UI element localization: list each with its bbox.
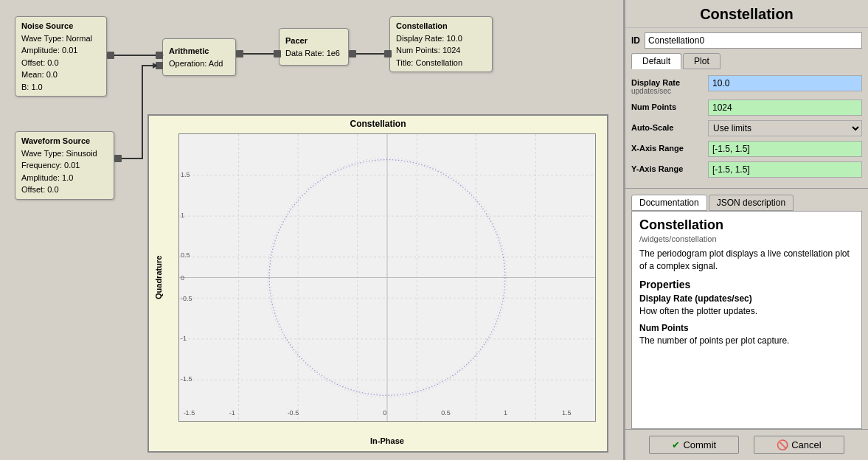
doc-description: The periodogram plot displays a live con… <box>639 248 854 273</box>
cancel-button[interactable]: 🚫 Cancel <box>754 436 844 454</box>
svg-text:1: 1 <box>504 409 507 417</box>
svg-rect-4 <box>236 50 243 58</box>
node-waveform-line1: Wave Type: Sinusoid <box>21 147 108 160</box>
display-rate-row: Display Rate updates/sec <box>631 75 862 95</box>
doc-tab-bar: Documentation JSON description <box>625 192 868 211</box>
bottom-buttons: ✔ Commit 🚫 Cancel <box>625 429 868 460</box>
cancel-label: Cancel <box>791 439 821 450</box>
flow-panel: Noise Source Wave Type: Normal Amplitude… <box>0 0 625 460</box>
doc-num-points-heading: Num Points <box>639 323 854 333</box>
tab-json-description[interactable]: JSON description <box>709 195 794 211</box>
node-pacer[interactable]: Pacer Data Rate: 1e6 <box>279 28 349 66</box>
tab-default[interactable]: Default <box>631 53 681 69</box>
y-axis-label: Y-Axis Range <box>631 161 705 173</box>
y-axis-row: Y-Axis Range <box>631 161 862 178</box>
node-noise-source-title: Noise Source <box>21 20 100 32</box>
flow-area: Noise Source Wave Type: Normal Amplitude… <box>0 0 623 460</box>
x-axis-label: X-Axis Range <box>631 141 705 153</box>
node-noise-source[interactable]: Noise Source Wave Type: Normal Amplitude… <box>15 16 107 97</box>
svg-text:0: 0 <box>383 409 386 417</box>
id-row: ID <box>625 28 868 53</box>
node-constellation-block-line1: Display Rate: 10.0 <box>396 32 486 45</box>
svg-text:1: 1 <box>181 212 184 219</box>
node-waveform-source[interactable]: Waveform Source Wave Type: Sinusoid Freq… <box>15 131 114 200</box>
node-arithmetic-title: Arithmetic <box>169 45 229 58</box>
doc-path: /widgets/constellation <box>639 234 854 243</box>
svg-rect-0 <box>107 52 114 59</box>
node-constellation-block-title: Constellation <box>396 20 486 32</box>
node-constellation-block[interactable]: Constellation Display Rate: 10.0 Num Poi… <box>389 16 493 72</box>
node-noise-source-line2: Amplitude: 0.01 <box>21 44 100 57</box>
node-arithmetic-line1: Operation: Add <box>169 58 229 70</box>
display-rate-sublabel: updates/sec <box>631 87 705 95</box>
constellation-plot-svg: 1.5 1 0.5 0 -0.5 -1 -1.5 -1 -0.5 0 0.5 1… <box>179 134 595 421</box>
node-constellation-block-line2: Num Points: 1024 <box>396 44 486 57</box>
x-axis-row: X-Axis Range <box>631 141 862 157</box>
plot-title: Constellation <box>149 116 607 130</box>
svg-marker-14 <box>153 63 158 69</box>
display-rate-input[interactable] <box>708 75 862 91</box>
property-tab-bar: Default Plot <box>625 53 868 69</box>
svg-text:-1.5: -1.5 <box>181 375 192 383</box>
tab-plot[interactable]: Plot <box>683 53 721 69</box>
doc-properties-heading: Properties <box>639 279 854 290</box>
cancel-icon: 🚫 <box>777 439 788 450</box>
doc-num-points-desc: The number of points per plot capture. <box>639 335 854 347</box>
commit-button[interactable]: ✔ Commit <box>649 436 739 454</box>
svg-text:1.5: 1.5 <box>181 171 190 178</box>
tab-documentation[interactable]: Documentation <box>631 195 707 211</box>
svg-text:-1.5: -1.5 <box>184 409 195 417</box>
node-noise-source-line5: B: 1.0 <box>21 81 100 94</box>
display-rate-label: Display Rate updates/sec <box>631 75 705 95</box>
id-input[interactable] <box>645 32 862 49</box>
properties-panel: Constellation ID Default Plot Display Ra… <box>625 0 868 460</box>
y-axis-label: Quadrature <box>153 133 164 422</box>
node-pacer-title: Pacer <box>285 35 342 47</box>
node-pacer-line1: Data Rate: 1e6 <box>285 47 342 60</box>
svg-text:0.5: 0.5 <box>441 409 451 417</box>
commit-label: Commit <box>683 439 716 450</box>
id-label: ID <box>631 35 640 46</box>
num-points-row: Num Points <box>631 100 862 116</box>
x-axis-input[interactable] <box>708 141 862 157</box>
num-points-label: Num Points <box>631 100 705 111</box>
node-noise-source-line1: Wave Type: Normal <box>21 32 100 45</box>
x-axis-label: In-Phase <box>178 436 596 445</box>
svg-text:1.5: 1.5 <box>562 409 572 417</box>
doc-display-rate-heading: Display Rate (updates/sec) <box>639 293 854 304</box>
node-waveform-line4: Offset: 0.0 <box>21 184 108 196</box>
svg-text:0.5: 0.5 <box>181 251 190 259</box>
node-noise-source-line4: Mean: 0.0 <box>21 69 100 81</box>
properties-title: Constellation <box>625 0 868 28</box>
svg-rect-8 <box>349 50 356 58</box>
svg-rect-12 <box>114 155 122 162</box>
doc-heading: Constellation <box>639 217 854 233</box>
doc-display-rate-desc: How often the plotter updates. <box>639 305 854 318</box>
plot-container: Constellation Quadrature In-Phase <box>147 114 608 453</box>
commit-icon: ✔ <box>672 439 680 450</box>
node-noise-source-line3: Offset: 0.0 <box>21 57 100 69</box>
svg-text:-0.5: -0.5 <box>288 409 299 417</box>
node-waveform-line2: Frequency: 0.01 <box>21 159 108 172</box>
num-points-input[interactable] <box>708 100 862 116</box>
svg-text:-1: -1 <box>181 335 187 342</box>
svg-text:0: 0 <box>181 274 184 282</box>
y-axis-input[interactable] <box>708 161 862 178</box>
node-waveform-line3: Amplitude: 1.0 <box>21 172 108 184</box>
auto-scale-label: Auto-Scale <box>631 120 705 132</box>
svg-text:-0.5: -0.5 <box>181 295 192 302</box>
auto-scale-row: Auto-Scale Use limits <box>631 120 862 136</box>
svg-text:-1: -1 <box>229 409 235 417</box>
properties-form: Display Rate updates/sec Num Points Auto… <box>625 72 868 185</box>
auto-scale-select[interactable]: Use limits <box>708 120 862 136</box>
node-arithmetic[interactable]: Arithmetic Operation: Add <box>162 38 236 76</box>
doc-content: Constellation /widgets/constellation The… <box>631 211 862 429</box>
node-waveform-source-title: Waveform Source <box>21 135 108 147</box>
node-constellation-block-line3: Title: Constellation <box>396 57 486 69</box>
plot-inner: 1.5 1 0.5 0 -0.5 -1 -1.5 -1 -0.5 0 0.5 1… <box>178 133 596 422</box>
